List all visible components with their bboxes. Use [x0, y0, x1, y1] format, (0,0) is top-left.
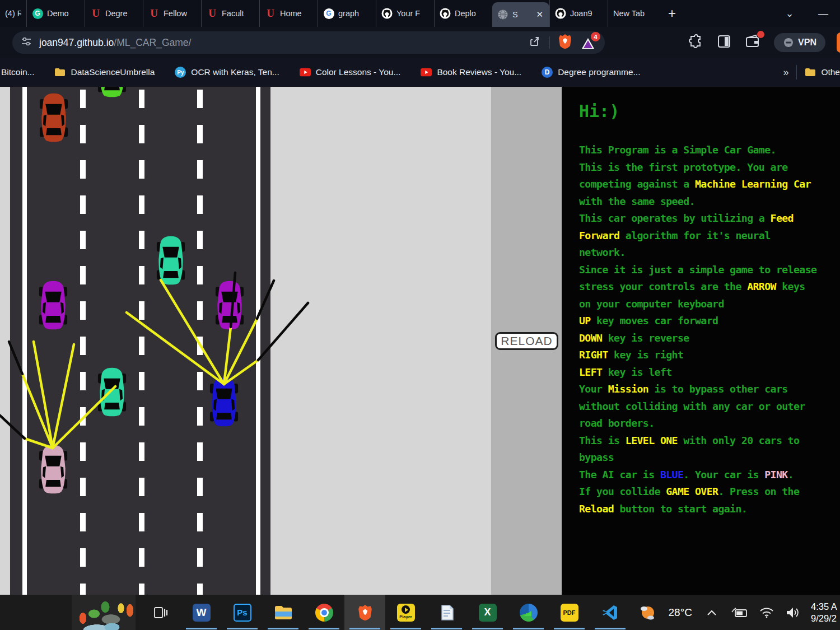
battery-icon[interactable] [731, 608, 748, 618]
text-segment-g: . [788, 469, 794, 480]
weather-icon[interactable] [638, 604, 657, 622]
text-segment-g: key is left [602, 366, 671, 378]
tab-degre[interactable]: UDegre [85, 0, 143, 27]
widgets-weather-image[interactable] [72, 595, 136, 630]
bookmark-book-reviews-you[interactable]: Book Reviews - You... [421, 67, 521, 77]
bookmarks-overflow-chevron[interactable]: » [775, 67, 796, 78]
bookmark-label: Bitcoin... [1, 67, 34, 77]
idm-icon [519, 603, 538, 622]
pdf-reader-icon: PDF [560, 603, 579, 622]
taskbar-notepad[interactable] [426, 595, 467, 630]
volume-icon[interactable] [785, 606, 800, 619]
bookmark-label: Book Reviews - You... [437, 67, 521, 77]
text-segment-g: on your computer keyboard [579, 298, 724, 310]
clipped-orange-button [837, 32, 840, 53]
text-segment-g: key moves car forward [591, 315, 718, 326]
url-domain: joan947.github.io [39, 37, 114, 48]
car-traffic [156, 235, 185, 286]
word-icon: W [192, 603, 211, 622]
other-bookmarks-folder[interactable]: Othe [805, 67, 840, 77]
tab-facult[interactable]: UFacult [201, 0, 259, 27]
window-minimize-button[interactable]: — [806, 0, 840, 27]
text-segment-y: DOWN [579, 332, 602, 344]
tab-label: Degre [105, 9, 138, 18]
sidebar-icon[interactable] [717, 34, 731, 51]
youtube-icon [421, 67, 432, 77]
tab-label: Your F [396, 9, 429, 18]
tab-4-re[interactable]: (4) Re [0, 0, 26, 27]
folder-icon [805, 67, 816, 77]
instruction-line: Forward algorithm for it's neural [579, 227, 840, 245]
taskbar-photoshop[interactable]: Ps [222, 595, 263, 630]
panel-lines: This Program is a Simple Car Game.This i… [579, 142, 840, 517]
tab-fellow[interactable]: UFellow [143, 0, 201, 27]
bookmark-degree-programme[interactable]: DDegree programme... [542, 67, 640, 77]
open-app-indicator [472, 628, 503, 629]
text-segment-g: If you collide [579, 486, 666, 497]
taskbar-word[interactable]: W [181, 595, 222, 630]
tab-s[interactable]: S✕ [492, 2, 549, 27]
text-segment-g: The AI car is [579, 469, 660, 480]
site-info-icon[interactable] [20, 35, 32, 50]
bat-triangle-icon[interactable]: 4 [580, 34, 597, 51]
taskbar-media-player[interactable]: Player [385, 595, 426, 630]
tab-close-icon[interactable]: ✕ [535, 10, 544, 20]
wifi-icon[interactable] [759, 607, 774, 618]
grammarly-favicon: G [32, 8, 43, 19]
extensions-puzzle-icon[interactable] [689, 34, 703, 51]
text-segment-y: LEFT [579, 366, 602, 378]
clock[interactable]: 4:35 A 9/29/2 [811, 601, 840, 624]
vpn-button[interactable]: VPN [774, 33, 825, 52]
wallet-icon[interactable] [745, 34, 760, 51]
instruction-line: Reload button to start again. [579, 501, 840, 518]
reload-button[interactable]: RELOAD [495, 332, 558, 350]
tab-label: Deplo [455, 9, 487, 18]
tab-label: New Tab [613, 9, 654, 18]
clock-time: 4:35 A [811, 601, 840, 613]
rewards-badge: 4 [591, 32, 600, 41]
bookmark-color-lessons-you[interactable]: Color Lessons - You... [300, 67, 401, 77]
tab-your-f[interactable]: Your F [376, 0, 434, 27]
bookmark-bitcoin[interactable]: Bitcoin... [1, 67, 34, 77]
taskbar-file-explorer[interactable] [263, 595, 304, 630]
taskbar-vscode[interactable] [590, 595, 631, 630]
bookmarks-holder: Bitcoin...DataScienceUmbrellaPyOCR with … [0, 67, 660, 77]
taskbar-brave[interactable] [344, 595, 385, 630]
bookmark-ocr-with-keras-ten[interactable]: PyOCR with Keras, Ten... [175, 67, 279, 77]
taskbar-task-view[interactable] [140, 595, 181, 630]
file-explorer-icon [274, 603, 293, 622]
game-canvas[interactable] [0, 87, 491, 595]
instruction-line: road borders. [579, 415, 840, 432]
tab-label: Demo [47, 9, 80, 18]
instruction-line: LEFT key is left [579, 364, 840, 381]
tab-demo[interactable]: GDemo [26, 0, 85, 27]
brave-rewards-lion-icon[interactable] [558, 34, 572, 52]
system-tray: 28°C 4:35 A 9/29/2 [638, 595, 840, 630]
browser-tab-strip: (4) ReGDemoUDegreUFellowUFacultUHomeGgra… [0, 0, 840, 27]
new-tab-button[interactable]: + [659, 0, 685, 27]
bookmark-datascienceumbrella[interactable]: DataScienceUmbrella [54, 67, 155, 77]
taskbar-pdf-reader[interactable]: PDF [549, 595, 590, 630]
url-bar[interactable]: joan947.github.io/ML_CAR_Game/ 4 [12, 31, 605, 54]
tab-search-chevron-icon[interactable]: ⌄ [773, 0, 806, 27]
share-icon[interactable] [528, 35, 542, 50]
temperature-label[interactable]: 28°C [669, 606, 692, 619]
tab-deplo[interactable]: Deplo [434, 0, 492, 27]
google-favicon: G [323, 8, 334, 19]
taskbar-apps: WPsPlayerXPDF [140, 595, 631, 630]
tab-graph[interactable]: Ggraph [318, 0, 376, 27]
taskbar-excel[interactable]: X [467, 595, 508, 630]
taskbar-chrome[interactable] [304, 595, 344, 630]
car-player[interactable] [39, 444, 68, 494]
text-segment-g: This Program is a Simple Car Game. [579, 144, 776, 156]
tray-chevron-up-icon[interactable] [703, 610, 720, 615]
tab-label: Fellow [164, 9, 196, 18]
tab-joan9[interactable]: Joan9 [549, 0, 608, 27]
taskbar: WPsPlayerXPDF 28°C 4:35 A 9/29/2 [0, 595, 840, 630]
tab-new-tab[interactable]: New Tab [608, 0, 659, 27]
bookmark-label: Degree programme... [558, 67, 640, 77]
tabs-holder: (4) ReGDemoUDegreUFellowUFacultUHomeGgra… [0, 0, 659, 27]
taskbar-idm[interactable] [508, 595, 549, 630]
tab-home[interactable]: UHome [259, 0, 318, 27]
instruction-line: on your computer keyboard [579, 296, 840, 313]
